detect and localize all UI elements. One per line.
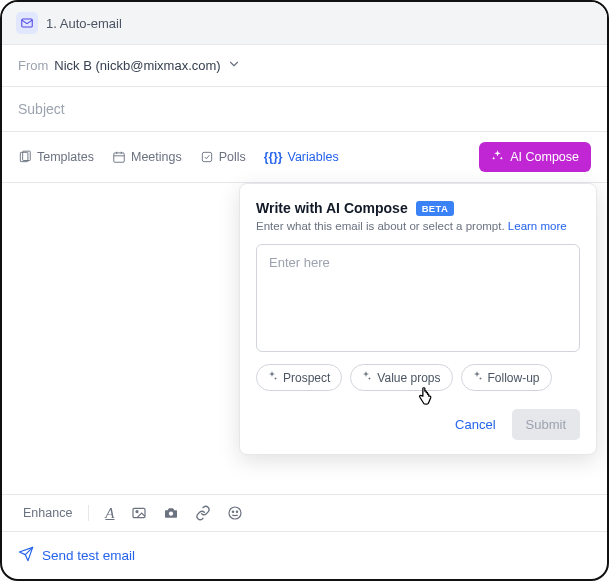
- prompt-box: [256, 244, 580, 352]
- subject-input[interactable]: [18, 101, 591, 117]
- from-label: From: [18, 58, 48, 73]
- svg-point-13: [236, 511, 237, 512]
- compose-window: 1. Auto-email From Nick B (nickb@mixmax.…: [0, 0, 609, 581]
- enhance-button[interactable]: Enhance: [18, 506, 72, 520]
- image-icon[interactable]: [131, 505, 147, 521]
- polls-button[interactable]: Polls: [200, 150, 246, 164]
- camera-icon[interactable]: [163, 505, 179, 521]
- sparkle-icon: [491, 149, 504, 165]
- format-toolbar: Enhance A: [2, 494, 607, 531]
- prompt-textarea[interactable]: [269, 255, 567, 341]
- templates-button[interactable]: Templates: [18, 150, 94, 164]
- link-icon[interactable]: [195, 505, 211, 521]
- svg-point-9: [136, 511, 138, 513]
- from-value: Nick B (nickb@mixmax.com): [54, 58, 220, 73]
- email-body-area[interactable]: Write with AI Compose BETA Enter what th…: [2, 183, 607, 494]
- templates-label: Templates: [37, 150, 94, 164]
- sparkle-icon: [360, 370, 372, 385]
- svg-point-11: [229, 507, 241, 519]
- subject-row: [2, 87, 607, 132]
- stage-header: 1. Auto-email: [2, 2, 607, 45]
- popover-subtitle: Enter what this email is about or select…: [256, 220, 580, 232]
- ai-compose-popover: Write with AI Compose BETA Enter what th…: [239, 183, 597, 455]
- variables-label: Variables: [288, 150, 339, 164]
- text-format-icon[interactable]: A: [105, 506, 114, 521]
- svg-rect-3: [114, 153, 125, 162]
- braces-icon: {{}}: [264, 150, 283, 164]
- emoji-icon[interactable]: [227, 505, 243, 521]
- svg-point-12: [232, 511, 233, 512]
- submit-button[interactable]: Submit: [512, 409, 580, 440]
- chip-value-props[interactable]: Value props: [350, 364, 452, 391]
- meetings-label: Meetings: [131, 150, 182, 164]
- chevron-down-icon: [227, 57, 241, 74]
- send-icon: [18, 546, 34, 565]
- chips-row: Prospect Value props Follow-up: [256, 364, 580, 391]
- popover-actions: Cancel Submit: [256, 409, 580, 440]
- mail-icon: [16, 12, 38, 34]
- learn-more-link[interactable]: Learn more: [508, 220, 567, 232]
- popover-title: Write with AI Compose: [256, 200, 408, 216]
- meetings-button[interactable]: Meetings: [112, 150, 182, 164]
- sparkle-icon: [471, 370, 483, 385]
- svg-point-10: [168, 512, 172, 516]
- svg-rect-7: [202, 152, 211, 161]
- chip-follow-up[interactable]: Follow-up: [461, 364, 552, 391]
- compose-toolbar: Templates Meetings Polls {{}} Variables …: [2, 132, 607, 183]
- cancel-button[interactable]: Cancel: [449, 411, 501, 438]
- divider: [88, 505, 89, 521]
- stage-title: 1. Auto-email: [46, 16, 122, 31]
- variables-button[interactable]: {{}} Variables: [264, 150, 339, 164]
- ai-compose-button[interactable]: AI Compose: [479, 142, 591, 172]
- chip-prospect[interactable]: Prospect: [256, 364, 342, 391]
- send-test-row: Send test email: [2, 531, 607, 579]
- send-test-email-link[interactable]: Send test email: [42, 548, 135, 563]
- from-row[interactable]: From Nick B (nickb@mixmax.com): [2, 45, 607, 87]
- ai-compose-label: AI Compose: [510, 150, 579, 164]
- beta-badge: BETA: [416, 201, 454, 216]
- polls-label: Polls: [219, 150, 246, 164]
- sparkle-icon: [266, 370, 278, 385]
